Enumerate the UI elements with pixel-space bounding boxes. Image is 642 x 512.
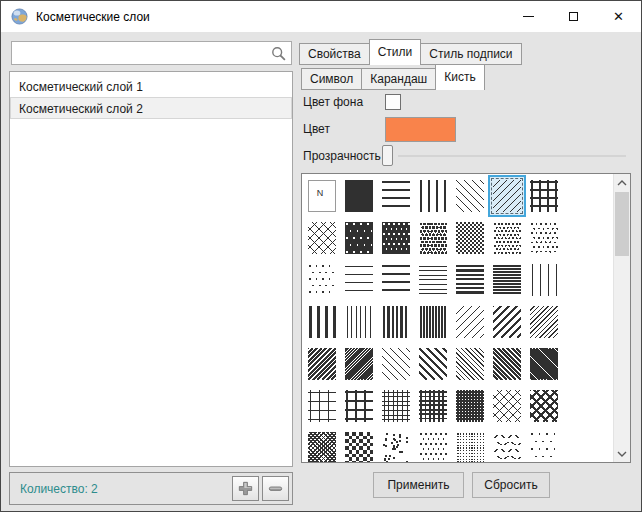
pattern-swatch-dark-diagonal-cross[interactable]: [530, 390, 558, 422]
tab-main-3[interactable]: Стиль подписи: [420, 43, 521, 65]
pattern-swatch-dark-horizontal[interactable]: [382, 264, 410, 296]
apply-button[interactable]: Применить: [373, 472, 464, 498]
window-controls: ✕: [506, 1, 641, 32]
add-layer-button[interactable]: [232, 476, 259, 501]
pattern-swatch-cross[interactable]: [530, 180, 558, 212]
pattern-swatch-solid[interactable]: [345, 180, 373, 212]
pattern-swatch-dark-large-grid[interactable]: [345, 390, 373, 422]
brush-pattern-panel: N: [301, 173, 631, 463]
transparency-slider[interactable]: [398, 155, 626, 157]
pattern-swatch-backward-diagonal[interactable]: [493, 180, 521, 212]
pattern-swatch-large-grid[interactable]: [308, 390, 336, 422]
pattern-swatch-percent-80[interactable]: [382, 222, 410, 254]
scroll-down-button[interactable]: [614, 445, 630, 462]
pattern-swatch-sparse-dots[interactable]: [530, 432, 558, 463]
pattern-swatch-dense-dark-vertical[interactable]: [382, 306, 410, 338]
svg-text:N: N: [317, 188, 324, 198]
remove-layer-button[interactable]: [262, 476, 289, 501]
pattern-swatch-dense-small-grid[interactable]: [419, 390, 447, 422]
pattern-swatch-narrow-vertical[interactable]: [345, 306, 373, 338]
pattern-swatch-diagonal-cross[interactable]: [308, 222, 336, 254]
minimize-icon: [523, 16, 534, 17]
pattern-swatch-percent-30[interactable]: [493, 222, 521, 254]
pattern-swatch-large-checker[interactable]: [345, 432, 373, 463]
layer-list-item[interactable]: Косметический слой 2: [10, 97, 292, 119]
pattern-swatch-light-upward-diagonal[interactable]: [456, 306, 484, 338]
close-button[interactable]: ✕: [596, 1, 641, 32]
transparency-label: Прозрачность: [303, 148, 381, 164]
tab-main-1[interactable]: Свойства: [299, 43, 370, 65]
maximize-icon: [569, 12, 578, 21]
pattern-swatch-dense-downward-diagonal[interactable]: [456, 348, 484, 380]
pattern-swatch-dotted-grid[interactable]: [456, 432, 484, 463]
tab-style-2[interactable]: Карандаш: [361, 68, 436, 90]
pattern-swatch-very-dense-upward-diagonal[interactable]: [345, 348, 373, 380]
pattern-swatch-percent-90[interactable]: [345, 222, 373, 254]
pattern-swatch-dark-vertical[interactable]: [308, 306, 336, 338]
pattern-swatch-horizontal[interactable]: [382, 180, 410, 212]
main-tab-strip: СвойстваСтилиСтиль подписи: [299, 39, 521, 65]
globe-icon: [11, 8, 28, 25]
pattern-swatch-vertical[interactable]: [419, 180, 447, 212]
chevron-up-icon: [616, 179, 628, 187]
tab-style-1[interactable]: Символ: [301, 68, 362, 90]
pattern-swatch-very-dense-horizontal[interactable]: [493, 264, 521, 296]
pattern-swatch-small-grid[interactable]: [382, 390, 410, 422]
pattern-swatch-percent-10[interactable]: [308, 264, 336, 296]
dialog-cosmetic-layers: Косметические слои ✕ Косметический слой …: [0, 0, 642, 512]
pattern-swatch-dense-dark-upward-diagonal[interactable]: [308, 348, 336, 380]
pattern-swatch-dense-dark-downward-diagonal[interactable]: [493, 348, 521, 380]
pattern-swatch-very-dense-downward-diagonal[interactable]: [530, 348, 558, 380]
layer-count-label: Количество: 2: [20, 482, 98, 496]
pattern-swatch-none[interactable]: N: [308, 180, 336, 212]
close-icon: ✕: [613, 10, 624, 23]
chevron-down-icon: [616, 450, 628, 458]
pattern-swatch-narrow-horizontal[interactable]: [419, 264, 447, 296]
minimize-button[interactable]: [506, 1, 551, 32]
tab-style-3[interactable]: Кисть: [435, 64, 484, 90]
search-icon: [271, 46, 286, 61]
pattern-swatch-light-diagonal-cross[interactable]: [493, 390, 521, 422]
tab-main-2[interactable]: Стили: [369, 39, 422, 65]
scroll-up-button[interactable]: [614, 174, 630, 191]
maximize-button[interactable]: [551, 1, 596, 32]
pattern-swatch-light-horizontal[interactable]: [345, 264, 373, 296]
pattern-swatch-percent-70[interactable]: [419, 222, 447, 254]
pattern-swatch-light-downward-diagonal[interactable]: [382, 348, 410, 380]
transparency-slider-thumb[interactable]: [382, 145, 393, 166]
pattern-swatch-diagonal-dashes[interactable]: [493, 432, 521, 463]
pattern-swatch-dense-diagonal-cross[interactable]: [308, 432, 336, 463]
style-tab-strip: СимволКарандашКисть: [301, 64, 484, 90]
minus-icon: [267, 480, 284, 497]
pattern-swatch-light-vertical[interactable]: [530, 264, 558, 296]
window-title: Косметические слои: [36, 10, 150, 24]
pattern-swatch-dense-upward-diagonal[interactable]: [530, 306, 558, 338]
reset-button[interactable]: Сбросить: [472, 472, 550, 498]
pattern-swatch-forward-diagonal[interactable]: [456, 180, 484, 212]
fill-color-label: Цвет: [303, 121, 330, 137]
search-input[interactable]: [16, 42, 271, 64]
pattern-scrollbar[interactable]: [613, 174, 630, 462]
layer-list-item[interactable]: Косметический слой 1: [10, 75, 292, 97]
pattern-swatch-very-dense-grid[interactable]: [456, 390, 484, 422]
plus-icon: [237, 480, 254, 497]
bg-color-checkbox[interactable]: [385, 94, 401, 110]
pattern-swatch-dark-upward-diagonal[interactable]: [493, 306, 521, 338]
fill-color-swatch[interactable]: [385, 117, 456, 142]
brush-pattern-grid: N: [308, 180, 558, 463]
pattern-swatch-random-noise[interactable]: [382, 432, 410, 463]
pattern-swatch-sparse-diagonal-dots[interactable]: [419, 432, 447, 463]
pattern-swatch-very-dense-vertical[interactable]: [419, 306, 447, 338]
pattern-swatch-dark-downward-diagonal[interactable]: [419, 348, 447, 380]
layer-list: Косметический слой 1Косметический слой 2: [9, 71, 293, 467]
title-bar: Косметические слои ✕: [1, 1, 641, 32]
bg-color-label: Цвет фона: [303, 94, 363, 110]
layer-search-box: [11, 41, 292, 65]
scrollbar-thumb[interactable]: [615, 192, 629, 256]
pattern-swatch-percent-60[interactable]: [456, 222, 484, 254]
layer-count-bar: Количество: 2: [9, 472, 293, 505]
pattern-swatch-percent-25[interactable]: [530, 222, 558, 254]
pattern-swatch-dense-dark-horizontal[interactable]: [456, 264, 484, 296]
